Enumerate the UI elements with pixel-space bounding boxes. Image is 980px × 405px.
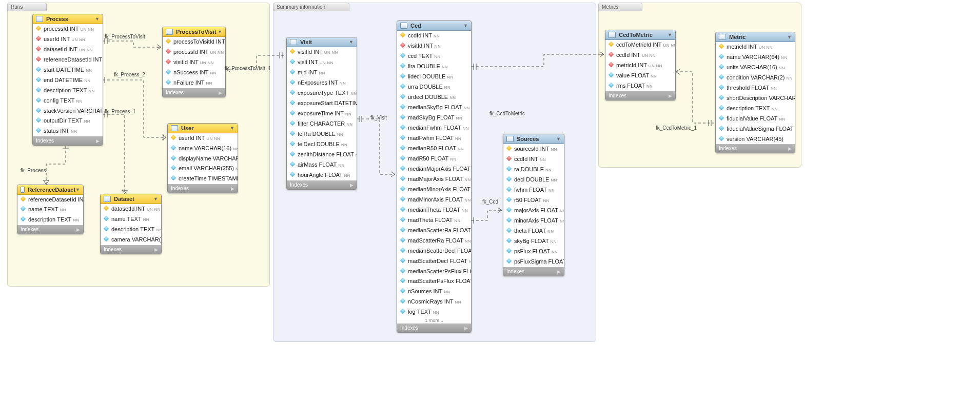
column-urdecl[interactable]: urdecl DOUBLE NN: [397, 92, 471, 103]
column-end[interactable]: end DATETIME NN: [33, 75, 103, 86]
column-medianTheta[interactable]: medianTheta FLOAT NN: [397, 205, 471, 215]
column-fiducialValueSigma[interactable]: fiducialValueSigma FLOAT NN: [716, 124, 795, 134]
column-medianSkyBg[interactable]: medianSkyBg FLOAT NN: [397, 103, 471, 113]
column-telDecl[interactable]: telDecl DOUBLE NN: [287, 139, 357, 150]
column-psFlux[interactable]: psFlux FLOAT NN: [503, 247, 564, 257]
indexes-toggle[interactable]: Indexes▶: [397, 323, 471, 332]
column-zenithDistance[interactable]: zenithDistance FLOAT NN: [287, 150, 357, 160]
table-header[interactable]: ProcessToVisit▼: [163, 27, 225, 37]
column-ccd[interactable]: ccd TEXT NN: [397, 51, 471, 62]
column-madScatterPsFlux[interactable]: madScatterPsFlux FLOAT NN: [397, 276, 471, 287]
table-header[interactable]: Metric▼: [716, 32, 795, 42]
table-header[interactable]: CcdToMetric▼: [605, 30, 675, 40]
column-madSkyBg[interactable]: madSkyBg FLOAT NN: [397, 113, 471, 123]
column-metricId[interactable]: metricId INT UN NN: [716, 42, 795, 52]
column-madMajorAxis[interactable]: madMajorAxis FLOAT NN: [397, 174, 471, 185]
column-exposureStart[interactable]: exposureStart DATETIME NN: [287, 98, 357, 109]
column-madMinorAxis[interactable]: madMinorAxis FLOAT NN: [397, 195, 471, 205]
column-nFailure[interactable]: nFailure INT NN: [163, 78, 225, 88]
column-majorAxis[interactable]: majorAxis FLOAT NN: [503, 206, 564, 216]
table-header[interactable]: ReferenceDataset▼: [17, 185, 83, 195]
table-ccdtometric[interactable]: CcdToMetric▼ccdToMetricId INT UN NNccdId…: [605, 30, 676, 100]
column-rms[interactable]: rms FLOAT NN: [605, 81, 675, 91]
column-madTheta[interactable]: madTheta FLOAT NN: [397, 215, 471, 226]
column-log[interactable]: log TEXT NN: [397, 307, 471, 317]
column-decl[interactable]: decl DOUBLE NN: [503, 175, 564, 185]
column-visit[interactable]: visit INT UN NN: [287, 57, 357, 68]
more-indicator[interactable]: 1 more...: [397, 317, 471, 323]
indexes-toggle[interactable]: Indexes▶: [101, 245, 161, 254]
indexes-toggle[interactable]: Indexes▶: [168, 184, 238, 193]
column-description[interactable]: description TEXT NN: [17, 215, 83, 225]
column-units[interactable]: units VARCHAR(16) NN: [716, 63, 795, 73]
column-exposureType[interactable]: exposureType TEXT NN: [287, 88, 357, 98]
column-medianScatterRa[interactable]: medianScatterRa FLOAT NN: [397, 226, 471, 236]
column-stackVersion[interactable]: stackVersion VARCHAR(16): [33, 106, 103, 116]
table-process[interactable]: Process▼processId INT UN NNuserId INT UN…: [32, 14, 103, 146]
table-header[interactable]: Process▼: [33, 14, 103, 24]
column-minorAxis[interactable]: minorAxis FLOAT NN: [503, 216, 564, 226]
table-user[interactable]: User▼userId INT UN NNname VARCHAR(16) NN…: [167, 123, 238, 193]
column-medianR50[interactable]: medianR50 FLOAT NN: [397, 144, 471, 154]
column-lldecl[interactable]: lldecl DOUBLE NN: [397, 72, 471, 82]
column-medianMajorAxis[interactable]: medianMajorAxis FLOAT NN: [397, 164, 471, 174]
column-hourAngle[interactable]: hourAngle FLOAT NN: [287, 170, 357, 180]
column-name[interactable]: name VARCHAR(64) NN: [716, 52, 795, 63]
column-telRa[interactable]: telRa DOUBLE NN: [287, 129, 357, 139]
column-shortDescription[interactable]: shortDescription VARCHAR(128) NN: [716, 93, 795, 104]
column-medianFwhm[interactable]: medianFwhm FLOAT NN: [397, 123, 471, 133]
indexes-toggle[interactable]: Indexes▶: [287, 180, 357, 189]
column-description[interactable]: description TEXT NN: [101, 225, 161, 235]
table-header[interactable]: User▼: [168, 124, 238, 133]
column-fiducialValue[interactable]: fiducialValue FLOAT NN: [716, 114, 795, 124]
table-sources[interactable]: Sources▼sourcesId INT NNccdId INT NNra D…: [503, 134, 564, 276]
column-datasetId[interactable]: datasetId INT UN NN: [33, 45, 103, 55]
table-visit[interactable]: Visit▼visitId INT UN NNvisit INT UN NNmj…: [286, 37, 357, 190]
column-referenceDatasetId[interactable]: referenceDatasetId INT NN: [33, 55, 103, 65]
column-displayName[interactable]: displayName VARCHAR(45): [168, 154, 238, 164]
column-name[interactable]: name VARCHAR(16) NN: [168, 144, 238, 154]
indexes-toggle[interactable]: Indexes▶: [716, 144, 795, 153]
column-status[interactable]: status INT NN: [33, 126, 103, 136]
column-createTime[interactable]: createTime TIMESTAMP NN: [168, 174, 238, 184]
column-userId[interactable]: userId INT UN NN: [168, 133, 238, 144]
column-medianScatterPsFlux[interactable]: medianScatterPsFlux FLOAT: [397, 267, 471, 276]
column-nExposures[interactable]: nExposures INT NN: [287, 78, 357, 88]
column-madFwhm[interactable]: madFwhm FLOAT NN: [397, 133, 471, 144]
column-madR50[interactable]: madR50 FLOAT NN: [397, 154, 471, 164]
column-camera[interactable]: camera VARCHAR(16) NN: [101, 235, 161, 245]
column-referenceDatasetId[interactable]: referenceDatasetId INT: [17, 195, 83, 205]
column-name[interactable]: name TEXT NN: [17, 205, 83, 215]
column-exposureTime[interactable]: exposureTime INT NN: [287, 109, 357, 119]
table-header[interactable]: Dataset▼: [101, 194, 161, 204]
column-fwhm[interactable]: fwhm FLOAT NN: [503, 185, 564, 195]
column-r50[interactable]: r50 FLOAT NN: [503, 195, 564, 206]
column-name[interactable]: name TEXT NN: [101, 214, 161, 225]
indexes-toggle[interactable]: Indexes▶: [163, 88, 225, 97]
column-madScatterDecl[interactable]: madScatterDecl FLOAT NN: [397, 256, 471, 267]
column-madScatterRa[interactable]: madScatterRa FLOAT NN: [397, 236, 471, 246]
column-config[interactable]: config TEXT NN: [33, 96, 103, 106]
column-airMass[interactable]: airMass FLOAT NN: [287, 160, 357, 170]
column-ccdId[interactable]: ccdId INT UN NN: [605, 50, 675, 60]
column-visitId[interactable]: visitId INT UN NN: [287, 47, 357, 57]
table-processtovisit[interactable]: ProcessToVisit▼processToVisitId INT UN N…: [162, 27, 226, 97]
column-visitId[interactable]: visitId INT UN NN: [163, 57, 225, 68]
column-ccdToMetricId[interactable]: ccdToMetricId INT UN NN: [605, 40, 675, 50]
table-dataset[interactable]: Dataset▼datasetId INT UN NNname TEXT NNd…: [100, 194, 162, 254]
column-description[interactable]: description TEXT NN: [33, 86, 103, 96]
column-skyBg[interactable]: skyBg FLOAT NN: [503, 236, 564, 247]
column-version[interactable]: version VARCHAR(45): [716, 134, 795, 144]
column-mjd[interactable]: mjd INT NN: [287, 68, 357, 78]
indexes-toggle[interactable]: Indexes▶: [503, 267, 564, 276]
column-processId[interactable]: processId INT UN NN: [33, 24, 103, 34]
indexes-toggle[interactable]: Indexes▶: [605, 91, 675, 100]
column-condition[interactable]: condition VARCHAR(2) NN: [716, 73, 795, 83]
column-ccdId[interactable]: ccdId INT NN: [397, 31, 471, 41]
column-nSuccess[interactable]: nSuccess INT NN: [163, 68, 225, 78]
column-description[interactable]: description TEXT NN: [716, 104, 795, 114]
column-processId[interactable]: processId INT UN NN: [163, 47, 225, 57]
table-header[interactable]: Visit▼: [287, 37, 357, 47]
indexes-toggle[interactable]: Indexes▶: [33, 136, 103, 145]
column-datasetId[interactable]: datasetId INT UN NN: [101, 204, 161, 214]
